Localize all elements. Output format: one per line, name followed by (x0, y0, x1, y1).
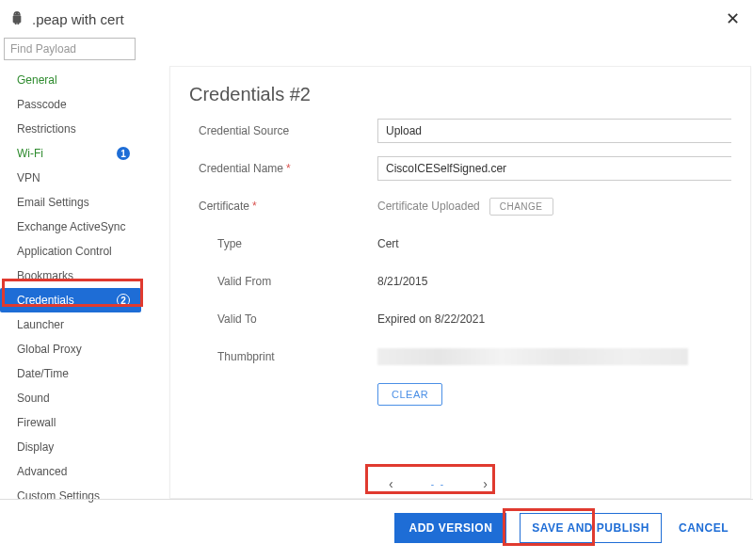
sidebar-item-label: Wi-Fi (17, 147, 43, 160)
thumbprint-value (377, 348, 688, 365)
content-panel: Credentials #2 Credential Source Credent… (169, 66, 751, 499)
sidebar-item-label: Exchange ActiveSync (17, 220, 125, 233)
footer-bar: ADD VERSION SAVE AND PUBLISH CANCEL (0, 499, 753, 555)
sidebar-item-advanced[interactable]: Advanced (0, 459, 141, 484)
pager: ‹ - - › (372, 472, 505, 495)
sidebar-item-label: Bookmarks (17, 269, 73, 282)
sidebar-item-label: Firewall (17, 416, 56, 429)
sidebar-item-restrictions[interactable]: Restrictions (0, 117, 141, 141)
add-version-button[interactable]: ADD VERSION (394, 513, 506, 543)
value-valid-from: 8/21/2015 (377, 275, 731, 288)
sidebar-item-display[interactable]: Display (0, 435, 141, 459)
label-valid-to: Valid To (189, 312, 377, 326)
sidebar-item-label: Global Proxy (17, 343, 82, 356)
sidebar-item-sound[interactable]: Sound (0, 386, 141, 410)
sidebar: GeneralPasscodeRestrictionsWi-Fi1VPNEmai… (0, 66, 141, 508)
sidebar-item-label: Email Settings (17, 196, 89, 209)
sidebar-item-general[interactable]: General (0, 68, 141, 92)
sidebar-item-exchange-activesync[interactable]: Exchange ActiveSync (0, 215, 141, 239)
save-and-publish-button[interactable]: SAVE AND PUBLISH (520, 513, 662, 543)
sidebar-item-label: Date/Time (17, 367, 69, 380)
find-payload-input[interactable] (4, 38, 136, 60)
value-valid-to: Expired on 8/22/2021 (377, 312, 731, 326)
close-icon[interactable]: ✕ (726, 8, 740, 29)
sidebar-item-label: Credentials (17, 294, 74, 307)
android-icon (9, 10, 24, 28)
label-valid-from: Valid From (189, 275, 377, 288)
credential-name-input[interactable] (377, 156, 731, 181)
cancel-button[interactable]: CANCEL (675, 514, 732, 542)
sidebar-item-vpn[interactable]: VPN (0, 166, 141, 190)
svg-point-1 (18, 13, 19, 14)
value-type: Cert (377, 237, 731, 250)
sidebar-item-label: VPN (17, 171, 40, 184)
sidebar-item-passcode[interactable]: Passcode (0, 92, 141, 117)
pager-next-icon[interactable]: › (483, 476, 488, 491)
sidebar-item-label: General (17, 73, 57, 87)
credential-source-input[interactable] (377, 119, 731, 143)
sidebar-badge: 1 (117, 147, 130, 160)
sidebar-item-label: Launcher (17, 318, 64, 331)
sidebar-item-label: Display (17, 440, 54, 454)
sidebar-item-label: Application Control (17, 245, 112, 258)
pager-indicator: - - (431, 479, 445, 489)
sidebar-item-label: Restrictions (17, 122, 76, 136)
sidebar-item-firewall[interactable]: Firewall (0, 410, 141, 435)
sidebar-item-label: Advanced (17, 465, 67, 478)
sidebar-item-wi-fi[interactable]: Wi-Fi1 (0, 141, 141, 166)
sidebar-item-credentials[interactable]: Credentials2 (0, 288, 141, 312)
certificate-status: Certificate Uploaded (377, 200, 480, 213)
label-type: Type (189, 237, 377, 250)
label-credential-source: Credential Source (189, 124, 377, 137)
sidebar-item-bookmarks[interactable]: Bookmarks (0, 264, 141, 288)
sidebar-item-global-proxy[interactable]: Global Proxy (0, 337, 141, 361)
page-title: .peap with cert (32, 11, 124, 27)
sidebar-item-label: Sound (17, 392, 50, 405)
sidebar-badge: 2 (117, 294, 130, 307)
svg-point-0 (15, 13, 16, 14)
label-certificate: Certificate* (189, 200, 377, 213)
clear-button[interactable]: CLEAR (377, 383, 442, 406)
panel-heading: Credentials #2 (170, 67, 750, 119)
sidebar-item-launcher[interactable]: Launcher (0, 312, 141, 337)
sidebar-item-date-time[interactable]: Date/Time (0, 361, 141, 386)
sidebar-item-label: Passcode (17, 98, 67, 111)
label-thumbprint: Thumbprint (189, 350, 377, 363)
pager-prev-icon[interactable]: ‹ (389, 476, 393, 491)
change-button[interactable]: CHANGE (489, 198, 553, 216)
label-credential-name: Credential Name* (189, 162, 377, 175)
sidebar-item-email-settings[interactable]: Email Settings (0, 190, 141, 215)
sidebar-item-application-control[interactable]: Application Control (0, 239, 141, 264)
